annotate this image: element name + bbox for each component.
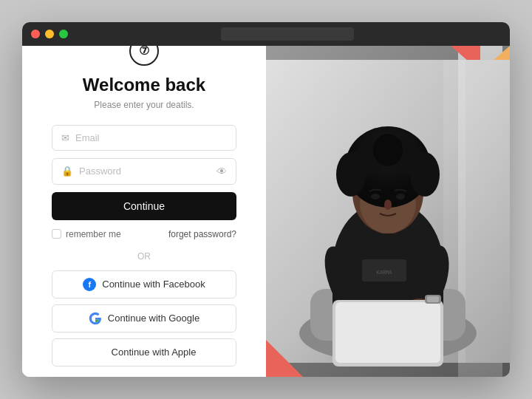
password-input-wrapper: 🔒 👁 [52, 158, 236, 185]
svg-point-26 [371, 194, 380, 200]
svg-text:KARMA: KARMA [376, 270, 392, 276]
svg-rect-14 [335, 302, 440, 363]
signup-row: Don't have an account? Sign up [80, 377, 208, 378]
svg-point-27 [396, 194, 405, 200]
titlebar [22, 22, 510, 46]
geo-bottom-left-shape [266, 340, 303, 377]
svg-point-25 [403, 147, 424, 177]
email-icon: ✉ [61, 132, 69, 143]
options-row: remember me forget password? [52, 229, 236, 239]
svg-point-28 [384, 200, 392, 210]
svg-rect-1 [458, 60, 510, 363]
facebook-button[interactable]: f Continue with Facebook [52, 270, 236, 299]
welcome-subtitle: Please enter your deatils. [94, 100, 194, 110]
google-icon [89, 312, 102, 325]
or-divider: OR [137, 251, 151, 262]
svg-rect-30 [427, 296, 439, 302]
minimize-button[interactable] [45, 30, 54, 38]
logo-symbol: ⑦ [139, 46, 149, 58]
lock-icon: 🔒 [61, 166, 73, 177]
email-group: ✉ [52, 125, 236, 151]
google-label: Continue with Google [108, 313, 200, 324]
svg-point-23 [373, 134, 403, 166]
logo-container: ⑦ [129, 46, 159, 66]
welcome-title: Welcome back [83, 75, 205, 95]
geo-decoration-bottom-left [266, 340, 303, 377]
facebook-icon: f [83, 278, 96, 291]
svg-point-24 [352, 149, 372, 178]
google-button[interactable]: Continue with Google [52, 304, 236, 332]
person-illustration: KARMA [266, 46, 510, 377]
signup-text: Don't have an account? [80, 377, 173, 378]
app-logo: ⑦ [129, 46, 159, 66]
continue-button[interactable]: Continue [52, 192, 236, 220]
signup-link[interactable]: Sign up [176, 377, 208, 378]
titlebar-bar [221, 27, 354, 41]
facebook-label: Continue with Facebook [102, 279, 205, 290]
apple-button[interactable]: Continue with Apple [52, 338, 236, 366]
password-group: 🔒 👁 [52, 158, 236, 185]
main-content: ⑦ Welcome back Please enter your deatils… [22, 46, 510, 377]
remember-label[interactable]: remember me [52, 229, 121, 239]
apple-icon [92, 346, 106, 359]
show-password-icon[interactable]: 👁 [216, 166, 227, 177]
forgot-password-link[interactable]: forget password? [168, 229, 236, 239]
email-input[interactable] [75, 132, 227, 143]
email-input-wrapper: ✉ [52, 125, 236, 151]
apple-label: Continue with Apple [112, 347, 197, 358]
titlebar-center [73, 27, 501, 41]
remember-checkbox[interactable] [52, 229, 61, 239]
app-window: ⑦ Welcome back Please enter your deatils… [22, 22, 510, 377]
login-panel: ⑦ Welcome back Please enter your deatils… [22, 46, 266, 377]
close-button[interactable] [31, 30, 40, 38]
password-input[interactable] [79, 166, 211, 177]
maximize-button[interactable] [59, 30, 68, 38]
photo-background: KARMA [266, 46, 510, 377]
photo-panel: KARMA [266, 46, 510, 377]
